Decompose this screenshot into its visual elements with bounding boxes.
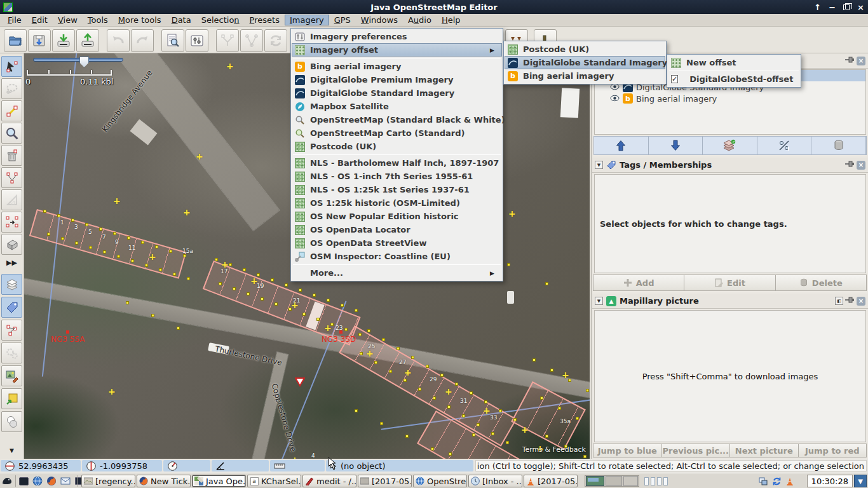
postcode-point[interactable] xyxy=(66,330,69,334)
menu-item-os-opendata-locator[interactable]: OS OpenData Locator xyxy=(292,223,502,236)
map-node[interactable] xyxy=(576,417,579,420)
preferences-button[interactable] xyxy=(186,29,208,52)
map-node[interactable] xyxy=(433,396,436,400)
menu-audio[interactable]: Audio xyxy=(403,15,437,25)
terminal-launcher[interactable] xyxy=(18,475,29,487)
map-node-cross[interactable]: + xyxy=(149,254,156,259)
map-node[interactable] xyxy=(411,356,414,359)
map-node[interactable] xyxy=(75,241,78,245)
menu-view[interactable]: View xyxy=(53,15,83,25)
menu-item-os-new-popular-edition-historic[interactable]: OS New Popular Edition historic xyxy=(292,210,502,223)
map-node[interactable] xyxy=(103,250,106,254)
map-node-cross[interactable]: + xyxy=(483,408,491,413)
pin-icon[interactable] xyxy=(845,296,855,306)
map-node[interactable] xyxy=(506,441,509,444)
draw-tool[interactable] xyxy=(1,100,22,121)
map-node[interactable] xyxy=(215,258,218,261)
download-button[interactable] xyxy=(52,29,75,52)
map-node[interactable] xyxy=(545,282,548,285)
menu-item-postcode-uk[interactable]: Postcode (UK) xyxy=(505,43,665,56)
layer-opacity-button[interactable] xyxy=(757,137,812,154)
map-node[interactable] xyxy=(247,292,250,295)
menu-presets[interactable]: Presets xyxy=(245,15,285,25)
map-node-cross[interactable]: + xyxy=(183,210,191,215)
map-node[interactable] xyxy=(126,301,129,304)
map-node[interactable] xyxy=(426,365,429,368)
menu-item-imagery-preferences[interactable]: Imagery preferences xyxy=(292,30,502,43)
map-node[interactable] xyxy=(85,223,88,226)
relations-dialog-toggle[interactable] xyxy=(1,320,22,341)
map-node[interactable] xyxy=(484,400,487,403)
move-layer-up-button[interactable] xyxy=(594,137,649,154)
zoom-slider-knob[interactable] xyxy=(79,57,89,67)
map-node[interactable] xyxy=(99,227,102,231)
map-node[interactable] xyxy=(462,414,465,417)
lasso-tool[interactable] xyxy=(1,78,22,99)
pin-icon[interactable] xyxy=(845,160,855,170)
minimize-button[interactable]: − xyxy=(829,3,836,12)
map-node[interactable] xyxy=(431,447,434,451)
more-tools-arrow-icon[interactable]: ▶▶ xyxy=(1,259,22,267)
map-node[interactable] xyxy=(113,232,116,235)
map-node[interactable] xyxy=(275,302,278,306)
firefox-launcher[interactable] xyxy=(46,475,57,487)
menu-item-bing-aerial-imagery[interactable]: bBing aerial imagery xyxy=(505,69,665,83)
map-node[interactable] xyxy=(397,347,400,350)
menu-item-imagery-offset[interactable]: Imagery offset▶ xyxy=(292,43,502,57)
map-node[interactable] xyxy=(43,210,46,213)
map-node[interactable] xyxy=(532,358,536,362)
map-node-cross[interactable]: + xyxy=(108,389,116,394)
map-node[interactable] xyxy=(470,391,473,395)
pin-icon[interactable] xyxy=(845,56,855,65)
map-node-cross[interactable]: + xyxy=(508,211,516,216)
browser-globe-launcher[interactable] xyxy=(32,475,43,487)
menu-more-tools[interactable]: More tools xyxy=(113,15,166,25)
menu-item-digitalglobe-premium-imagery[interactable]: DigitalGlobe Premium Imagery xyxy=(292,73,502,86)
map-node-cross[interactable]: + xyxy=(445,389,452,394)
taskbar-window-2017-05[interactable]: [2017-05... xyxy=(524,475,578,487)
taskbar-window-kcharsel[interactable]: aKCharSel... xyxy=(247,475,301,487)
map-node[interactable] xyxy=(447,405,451,409)
show-desktop-button[interactable]: ▼ xyxy=(854,475,867,487)
map-node[interactable] xyxy=(341,304,344,307)
minimized-window-thumb[interactable] xyxy=(657,477,661,485)
mail-launcher[interactable] xyxy=(60,475,71,487)
map-node[interactable] xyxy=(261,297,264,301)
map-node[interactable] xyxy=(389,370,392,373)
tray-window-list-icon[interactable] xyxy=(757,475,769,487)
map-node[interactable] xyxy=(440,374,444,377)
map-node[interactable] xyxy=(145,264,148,267)
menu-data[interactable]: Data xyxy=(166,15,196,25)
menu-item-digitalglobe-standard-imagery[interactable]: DigitalGlobe Standard Imagery xyxy=(292,86,502,100)
menu-item-openstreetmap-carto-standard[interactable]: OpenStreetMap Carto (Standard) xyxy=(292,126,502,140)
combine-way-button[interactable] xyxy=(240,29,263,52)
jump-to-blue-button[interactable]: Jump to blue xyxy=(593,444,662,458)
map-node[interactable] xyxy=(550,369,553,372)
menu-item-mapbox-satellite[interactable]: Mapbox Satellite xyxy=(292,100,502,113)
map-node[interactable] xyxy=(89,246,92,249)
map-node[interactable] xyxy=(374,361,377,364)
menu-selection[interactable]: Selection xyxy=(196,15,245,25)
map-node[interactable] xyxy=(491,432,494,435)
zoom-slider[interactable] xyxy=(33,58,123,62)
collapse-toolbar-icon[interactable]: ▼ xyxy=(1,447,22,454)
map-node[interactable] xyxy=(177,327,180,330)
menu-item-digitalglobe-standard-imagery[interactable]: DigitalGlobe Standard Imagery▶ xyxy=(505,56,665,69)
map-node[interactable] xyxy=(418,388,421,391)
map-node[interactable] xyxy=(382,338,385,341)
map-node[interactable] xyxy=(583,455,587,458)
taskbar-window-new-tick[interactable]: New Tick... xyxy=(137,475,191,487)
map-node[interactable] xyxy=(155,245,158,248)
command-stack-toggle[interactable] xyxy=(1,388,22,409)
postcode-point[interactable] xyxy=(339,330,342,334)
delete-button[interactable]: Delete xyxy=(775,274,867,291)
map-node[interactable] xyxy=(271,278,274,281)
extrude-tool[interactable] xyxy=(1,234,22,255)
map-node[interactable] xyxy=(344,328,348,331)
collapse-icon[interactable]: ▼ xyxy=(595,297,603,305)
menu-tools[interactable]: Tools xyxy=(83,15,113,25)
layer-row-bing-aerial-imagery[interactable]: bBing aerial imagery xyxy=(595,93,865,104)
map-node[interactable] xyxy=(127,236,130,240)
panel-menu-icon[interactable]: ◧ xyxy=(835,297,843,305)
mappaint-dialog-toggle[interactable] xyxy=(1,365,22,386)
